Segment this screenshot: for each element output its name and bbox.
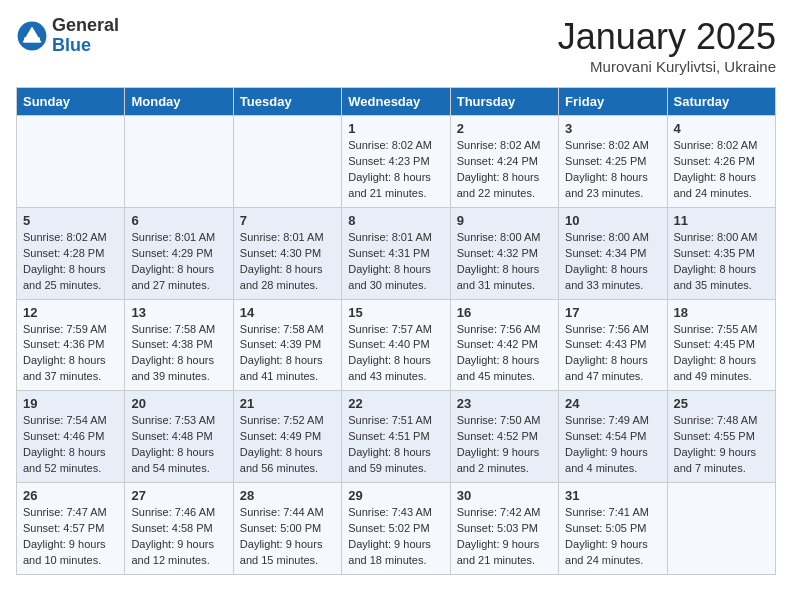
day-info: Sunrise: 7:57 AM Sunset: 4:40 PM Dayligh… xyxy=(348,322,443,386)
day-number: 17 xyxy=(565,305,660,320)
day-number: 1 xyxy=(348,121,443,136)
day-number: 31 xyxy=(565,488,660,503)
calendar-cell: 30Sunrise: 7:42 AM Sunset: 5:03 PM Dayli… xyxy=(450,483,558,575)
day-info: Sunrise: 7:58 AM Sunset: 4:38 PM Dayligh… xyxy=(131,322,226,386)
day-info: Sunrise: 7:58 AM Sunset: 4:39 PM Dayligh… xyxy=(240,322,335,386)
calendar-cell: 1Sunrise: 8:02 AM Sunset: 4:23 PM Daylig… xyxy=(342,116,450,208)
calendar-cell: 7Sunrise: 8:01 AM Sunset: 4:30 PM Daylig… xyxy=(233,207,341,299)
logo-icon xyxy=(16,20,48,52)
day-info: Sunrise: 7:50 AM Sunset: 4:52 PM Dayligh… xyxy=(457,413,552,477)
day-number: 22 xyxy=(348,396,443,411)
day-number: 29 xyxy=(348,488,443,503)
day-number: 2 xyxy=(457,121,552,136)
day-info: Sunrise: 8:02 AM Sunset: 4:23 PM Dayligh… xyxy=(348,138,443,202)
calendar-cell: 28Sunrise: 7:44 AM Sunset: 5:00 PM Dayli… xyxy=(233,483,341,575)
day-info: Sunrise: 7:46 AM Sunset: 4:58 PM Dayligh… xyxy=(131,505,226,569)
day-number: 15 xyxy=(348,305,443,320)
calendar-cell: 23Sunrise: 7:50 AM Sunset: 4:52 PM Dayli… xyxy=(450,391,558,483)
day-number: 12 xyxy=(23,305,118,320)
day-info: Sunrise: 7:49 AM Sunset: 4:54 PM Dayligh… xyxy=(565,413,660,477)
day-info: Sunrise: 8:02 AM Sunset: 4:24 PM Dayligh… xyxy=(457,138,552,202)
day-number: 30 xyxy=(457,488,552,503)
day-number: 18 xyxy=(674,305,769,320)
calendar-cell xyxy=(125,116,233,208)
calendar-week-row: 1Sunrise: 8:02 AM Sunset: 4:23 PM Daylig… xyxy=(17,116,776,208)
day-info: Sunrise: 8:00 AM Sunset: 4:35 PM Dayligh… xyxy=(674,230,769,294)
page-header: General Blue January 2025 Murovani Kuryl… xyxy=(16,16,776,75)
day-info: Sunrise: 7:42 AM Sunset: 5:03 PM Dayligh… xyxy=(457,505,552,569)
day-number: 10 xyxy=(565,213,660,228)
day-info: Sunrise: 7:43 AM Sunset: 5:02 PM Dayligh… xyxy=(348,505,443,569)
day-info: Sunrise: 7:59 AM Sunset: 4:36 PM Dayligh… xyxy=(23,322,118,386)
calendar-cell xyxy=(17,116,125,208)
day-number: 24 xyxy=(565,396,660,411)
day-info: Sunrise: 7:52 AM Sunset: 4:49 PM Dayligh… xyxy=(240,413,335,477)
logo: General Blue xyxy=(16,16,119,56)
day-number: 28 xyxy=(240,488,335,503)
calendar-week-row: 19Sunrise: 7:54 AM Sunset: 4:46 PM Dayli… xyxy=(17,391,776,483)
calendar-cell: 16Sunrise: 7:56 AM Sunset: 4:42 PM Dayli… xyxy=(450,299,558,391)
calendar-cell: 20Sunrise: 7:53 AM Sunset: 4:48 PM Dayli… xyxy=(125,391,233,483)
calendar-cell: 6Sunrise: 8:01 AM Sunset: 4:29 PM Daylig… xyxy=(125,207,233,299)
calendar-cell: 12Sunrise: 7:59 AM Sunset: 4:36 PM Dayli… xyxy=(17,299,125,391)
day-info: Sunrise: 7:54 AM Sunset: 4:46 PM Dayligh… xyxy=(23,413,118,477)
day-number: 20 xyxy=(131,396,226,411)
day-number: 26 xyxy=(23,488,118,503)
day-info: Sunrise: 8:01 AM Sunset: 4:29 PM Dayligh… xyxy=(131,230,226,294)
weekday-header-sunday: Sunday xyxy=(17,88,125,116)
day-info: Sunrise: 8:01 AM Sunset: 4:31 PM Dayligh… xyxy=(348,230,443,294)
day-number: 19 xyxy=(23,396,118,411)
calendar-week-row: 26Sunrise: 7:47 AM Sunset: 4:57 PM Dayli… xyxy=(17,483,776,575)
day-number: 23 xyxy=(457,396,552,411)
day-number: 6 xyxy=(131,213,226,228)
calendar-cell xyxy=(667,483,775,575)
day-number: 13 xyxy=(131,305,226,320)
day-number: 16 xyxy=(457,305,552,320)
day-number: 21 xyxy=(240,396,335,411)
day-info: Sunrise: 7:48 AM Sunset: 4:55 PM Dayligh… xyxy=(674,413,769,477)
calendar-cell: 9Sunrise: 8:00 AM Sunset: 4:32 PM Daylig… xyxy=(450,207,558,299)
day-info: Sunrise: 7:53 AM Sunset: 4:48 PM Dayligh… xyxy=(131,413,226,477)
day-info: Sunrise: 8:00 AM Sunset: 4:34 PM Dayligh… xyxy=(565,230,660,294)
calendar-cell: 8Sunrise: 8:01 AM Sunset: 4:31 PM Daylig… xyxy=(342,207,450,299)
weekday-header-row: SundayMondayTuesdayWednesdayThursdayFrid… xyxy=(17,88,776,116)
title-block: January 2025 Murovani Kurylivtsi, Ukrain… xyxy=(558,16,776,75)
day-number: 9 xyxy=(457,213,552,228)
calendar-cell: 18Sunrise: 7:55 AM Sunset: 4:45 PM Dayli… xyxy=(667,299,775,391)
calendar-week-row: 12Sunrise: 7:59 AM Sunset: 4:36 PM Dayli… xyxy=(17,299,776,391)
day-info: Sunrise: 7:51 AM Sunset: 4:51 PM Dayligh… xyxy=(348,413,443,477)
weekday-header-thursday: Thursday xyxy=(450,88,558,116)
day-number: 11 xyxy=(674,213,769,228)
logo-blue: Blue xyxy=(52,35,91,55)
weekday-header-tuesday: Tuesday xyxy=(233,88,341,116)
weekday-header-monday: Monday xyxy=(125,88,233,116)
day-info: Sunrise: 7:56 AM Sunset: 4:42 PM Dayligh… xyxy=(457,322,552,386)
day-info: Sunrise: 7:47 AM Sunset: 4:57 PM Dayligh… xyxy=(23,505,118,569)
day-number: 3 xyxy=(565,121,660,136)
day-number: 25 xyxy=(674,396,769,411)
calendar-cell: 25Sunrise: 7:48 AM Sunset: 4:55 PM Dayli… xyxy=(667,391,775,483)
day-number: 14 xyxy=(240,305,335,320)
calendar-cell: 31Sunrise: 7:41 AM Sunset: 5:05 PM Dayli… xyxy=(559,483,667,575)
day-info: Sunrise: 8:02 AM Sunset: 4:26 PM Dayligh… xyxy=(674,138,769,202)
calendar-cell: 11Sunrise: 8:00 AM Sunset: 4:35 PM Dayli… xyxy=(667,207,775,299)
calendar-cell: 22Sunrise: 7:51 AM Sunset: 4:51 PM Dayli… xyxy=(342,391,450,483)
day-info: Sunrise: 7:55 AM Sunset: 4:45 PM Dayligh… xyxy=(674,322,769,386)
calendar-table: SundayMondayTuesdayWednesdayThursdayFrid… xyxy=(16,87,776,575)
calendar-cell: 14Sunrise: 7:58 AM Sunset: 4:39 PM Dayli… xyxy=(233,299,341,391)
calendar-cell: 5Sunrise: 8:02 AM Sunset: 4:28 PM Daylig… xyxy=(17,207,125,299)
day-number: 27 xyxy=(131,488,226,503)
day-number: 8 xyxy=(348,213,443,228)
logo-text: General Blue xyxy=(52,16,119,56)
calendar-cell: 4Sunrise: 8:02 AM Sunset: 4:26 PM Daylig… xyxy=(667,116,775,208)
day-info: Sunrise: 8:00 AM Sunset: 4:32 PM Dayligh… xyxy=(457,230,552,294)
calendar-cell: 2Sunrise: 8:02 AM Sunset: 4:24 PM Daylig… xyxy=(450,116,558,208)
calendar-week-row: 5Sunrise: 8:02 AM Sunset: 4:28 PM Daylig… xyxy=(17,207,776,299)
day-info: Sunrise: 7:41 AM Sunset: 5:05 PM Dayligh… xyxy=(565,505,660,569)
weekday-header-saturday: Saturday xyxy=(667,88,775,116)
calendar-cell: 17Sunrise: 7:56 AM Sunset: 4:43 PM Dayli… xyxy=(559,299,667,391)
day-info: Sunrise: 8:02 AM Sunset: 4:28 PM Dayligh… xyxy=(23,230,118,294)
calendar-cell xyxy=(233,116,341,208)
logo-general: General xyxy=(52,15,119,35)
svg-rect-2 xyxy=(24,37,40,42)
